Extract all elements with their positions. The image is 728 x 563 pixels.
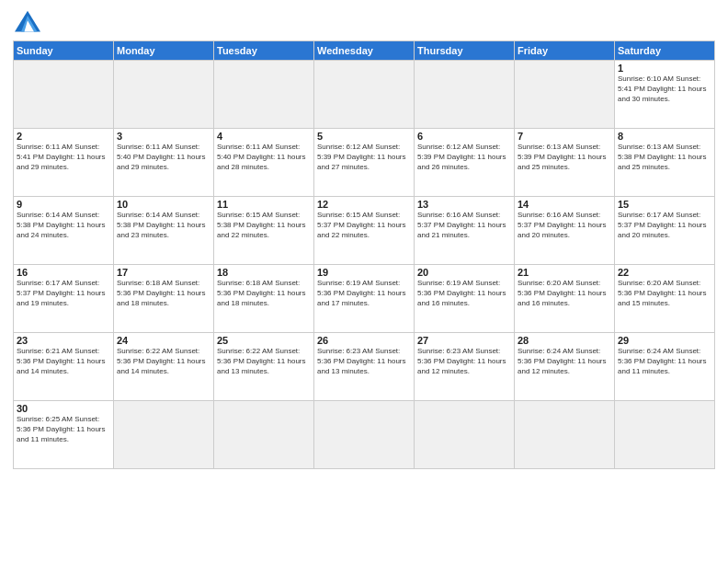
day-info: Sunrise: 6:20 AM Sunset: 5:36 PM Dayligh…: [618, 279, 711, 308]
day-info: Sunrise: 6:23 AM Sunset: 5:36 PM Dayligh…: [417, 347, 511, 376]
calendar-cell: [14, 61, 114, 129]
day-number: 30: [17, 403, 110, 414]
calendar-week-row: 16Sunrise: 6:17 AM Sunset: 5:37 PM Dayli…: [14, 265, 715, 333]
day-info: Sunrise: 6:24 AM Sunset: 5:36 PM Dayligh…: [518, 347, 611, 376]
calendar-cell: [214, 401, 314, 469]
day-number: 11: [217, 199, 311, 210]
day-info: Sunrise: 6:12 AM Sunset: 5:39 PM Dayligh…: [417, 143, 511, 172]
day-number: 23: [17, 335, 110, 346]
day-number: 3: [117, 131, 210, 142]
calendar-cell: 26Sunrise: 6:23 AM Sunset: 5:36 PM Dayli…: [314, 333, 415, 401]
day-info: Sunrise: 6:16 AM Sunset: 5:37 PM Dayligh…: [417, 211, 511, 240]
calendar-cell: 14Sunrise: 6:16 AM Sunset: 5:37 PM Dayli…: [515, 197, 615, 265]
day-number: 12: [317, 199, 411, 210]
day-number: 15: [618, 199, 711, 210]
calendar-cell: 1Sunrise: 6:10 AM Sunset: 5:41 PM Daylig…: [615, 61, 715, 129]
calendar-cell: [515, 401, 615, 469]
day-number: 20: [417, 267, 511, 278]
calendar-header-sunday: Sunday: [14, 41, 114, 61]
calendar-week-row: 23Sunrise: 6:21 AM Sunset: 5:36 PM Dayli…: [14, 333, 715, 401]
day-info: Sunrise: 6:11 AM Sunset: 5:40 PM Dayligh…: [217, 143, 311, 172]
day-number: 26: [317, 335, 411, 346]
calendar-cell: 23Sunrise: 6:21 AM Sunset: 5:36 PM Dayli…: [14, 333, 114, 401]
day-number: 25: [217, 335, 311, 346]
calendar-week-row: 30Sunrise: 6:25 AM Sunset: 5:36 PM Dayli…: [14, 401, 715, 469]
calendar-cell: 4Sunrise: 6:11 AM Sunset: 5:40 PM Daylig…: [214, 129, 314, 197]
day-info: Sunrise: 6:22 AM Sunset: 5:36 PM Dayligh…: [217, 347, 311, 376]
page: SundayMondayTuesdayWednesdayThursdayFrid…: [0, 0, 728, 563]
day-number: 22: [618, 267, 711, 278]
day-info: Sunrise: 6:11 AM Sunset: 5:41 PM Dayligh…: [17, 143, 110, 172]
calendar-cell: 19Sunrise: 6:19 AM Sunset: 5:36 PM Dayli…: [314, 265, 415, 333]
day-info: Sunrise: 6:24 AM Sunset: 5:36 PM Dayligh…: [618, 347, 711, 376]
calendar-cell: [615, 401, 715, 469]
day-number: 18: [217, 267, 311, 278]
day-number: 16: [17, 267, 110, 278]
day-info: Sunrise: 6:13 AM Sunset: 5:38 PM Dayligh…: [618, 143, 711, 172]
calendar-cell: 11Sunrise: 6:15 AM Sunset: 5:38 PM Dayli…: [214, 197, 314, 265]
day-number: 10: [117, 199, 210, 210]
calendar-header-row: SundayMondayTuesdayWednesdayThursdayFrid…: [14, 41, 715, 61]
day-info: Sunrise: 6:13 AM Sunset: 5:39 PM Dayligh…: [518, 143, 611, 172]
day-info: Sunrise: 6:14 AM Sunset: 5:38 PM Dayligh…: [117, 211, 210, 240]
calendar-cell: 25Sunrise: 6:22 AM Sunset: 5:36 PM Dayli…: [214, 333, 314, 401]
day-info: Sunrise: 6:11 AM Sunset: 5:40 PM Dayligh…: [117, 143, 210, 172]
day-number: 8: [618, 131, 711, 142]
calendar-cell: 29Sunrise: 6:24 AM Sunset: 5:36 PM Dayli…: [615, 333, 715, 401]
calendar-cell: 5Sunrise: 6:12 AM Sunset: 5:39 PM Daylig…: [314, 129, 415, 197]
header: [13, 9, 715, 35]
day-info: Sunrise: 6:25 AM Sunset: 5:36 PM Dayligh…: [17, 415, 110, 444]
day-number: 17: [117, 267, 210, 278]
day-number: 14: [518, 199, 611, 210]
calendar-cell: 30Sunrise: 6:25 AM Sunset: 5:36 PM Dayli…: [14, 401, 114, 469]
calendar-header-wednesday: Wednesday: [314, 41, 415, 61]
calendar-week-row: 1Sunrise: 6:10 AM Sunset: 5:41 PM Daylig…: [14, 61, 715, 129]
calendar: SundayMondayTuesdayWednesdayThursdayFrid…: [13, 40, 715, 469]
logo: [13, 9, 46, 35]
day-number: 6: [417, 131, 511, 142]
calendar-header-tuesday: Tuesday: [214, 41, 314, 61]
calendar-header-monday: Monday: [114, 41, 214, 61]
calendar-cell: 20Sunrise: 6:19 AM Sunset: 5:36 PM Dayli…: [415, 265, 515, 333]
calendar-cell: 3Sunrise: 6:11 AM Sunset: 5:40 PM Daylig…: [114, 129, 214, 197]
day-info: Sunrise: 6:20 AM Sunset: 5:36 PM Dayligh…: [518, 279, 611, 308]
calendar-cell: [114, 61, 214, 129]
day-info: Sunrise: 6:15 AM Sunset: 5:38 PM Dayligh…: [217, 211, 311, 240]
day-number: 13: [417, 199, 511, 210]
calendar-cell: 27Sunrise: 6:23 AM Sunset: 5:36 PM Dayli…: [415, 333, 515, 401]
calendar-cell: [314, 401, 415, 469]
day-info: Sunrise: 6:10 AM Sunset: 5:41 PM Dayligh…: [618, 75, 711, 104]
day-info: Sunrise: 6:19 AM Sunset: 5:36 PM Dayligh…: [317, 279, 411, 308]
day-info: Sunrise: 6:15 AM Sunset: 5:37 PM Dayligh…: [317, 211, 411, 240]
calendar-cell: [415, 401, 515, 469]
calendar-header-friday: Friday: [515, 41, 615, 61]
day-number: 5: [317, 131, 411, 142]
day-number: 21: [518, 267, 611, 278]
day-number: 2: [17, 131, 110, 142]
calendar-week-row: 9Sunrise: 6:14 AM Sunset: 5:38 PM Daylig…: [14, 197, 715, 265]
day-number: 1: [618, 63, 711, 74]
day-number: 4: [217, 131, 311, 142]
calendar-cell: [314, 61, 415, 129]
day-number: 7: [518, 131, 611, 142]
calendar-cell: 7Sunrise: 6:13 AM Sunset: 5:39 PM Daylig…: [515, 129, 615, 197]
day-info: Sunrise: 6:17 AM Sunset: 5:37 PM Dayligh…: [618, 211, 711, 240]
day-info: Sunrise: 6:16 AM Sunset: 5:37 PM Dayligh…: [518, 211, 611, 240]
calendar-cell: 17Sunrise: 6:18 AM Sunset: 5:36 PM Dayli…: [114, 265, 214, 333]
calendar-cell: 28Sunrise: 6:24 AM Sunset: 5:36 PM Dayli…: [515, 333, 615, 401]
day-info: Sunrise: 6:12 AM Sunset: 5:39 PM Dayligh…: [317, 143, 411, 172]
day-number: 28: [518, 335, 611, 346]
day-number: 9: [17, 199, 110, 210]
day-info: Sunrise: 6:22 AM Sunset: 5:36 PM Dayligh…: [117, 347, 210, 376]
logo-icon: [13, 9, 42, 35]
calendar-cell: [114, 401, 214, 469]
calendar-cell: 2Sunrise: 6:11 AM Sunset: 5:41 PM Daylig…: [14, 129, 114, 197]
calendar-week-row: 2Sunrise: 6:11 AM Sunset: 5:41 PM Daylig…: [14, 129, 715, 197]
calendar-header-thursday: Thursday: [415, 41, 515, 61]
day-info: Sunrise: 6:14 AM Sunset: 5:38 PM Dayligh…: [17, 211, 110, 240]
calendar-cell: 18Sunrise: 6:18 AM Sunset: 5:36 PM Dayli…: [214, 265, 314, 333]
calendar-cell: 12Sunrise: 6:15 AM Sunset: 5:37 PM Dayli…: [314, 197, 415, 265]
calendar-cell: [214, 61, 314, 129]
calendar-cell: 10Sunrise: 6:14 AM Sunset: 5:38 PM Dayli…: [114, 197, 214, 265]
calendar-cell: [415, 61, 515, 129]
